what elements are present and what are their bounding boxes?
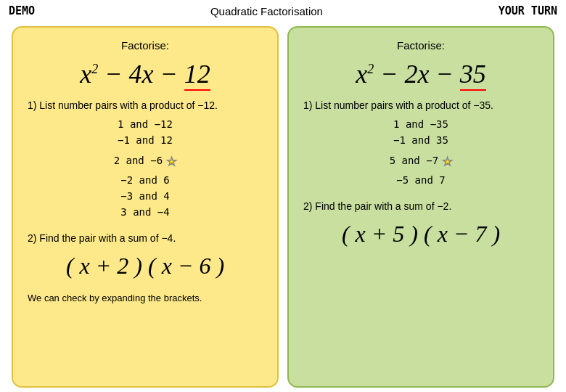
yourturn-answer: ( x + 5 ) ( x − 7 ): [303, 221, 538, 248]
demo-pairs: 1 and −12 −1 and 12 2 and −6 ★ −2 and 6 …: [28, 117, 263, 221]
yourturn-pair-2: −1 and 35: [393, 133, 448, 149]
yourturn-step2: 2) Find the pair with a sum of −2.: [303, 200, 538, 212]
demo-pair-5: −3 and 4: [120, 189, 169, 205]
demo-star: ★: [167, 148, 176, 173]
yourturn-star: ★: [443, 148, 452, 173]
yourturn-pairs: 1 and −35 −1 and 35 5 and −7 ★ −5 and 7: [303, 117, 538, 189]
demo-factorise-label: Factorise:: [28, 39, 263, 52]
yourturn-panel: Factorise: x2 − 2x − 35 1) List number p…: [287, 26, 554, 388]
demo-pair-3: 2 and −6 ★: [114, 148, 177, 173]
header: DEMO Quadratic Factorisation YOUR TURN: [0, 0, 566, 22]
demo-check: We can check by expanding the brackets.: [28, 293, 263, 303]
yourturn-step1: 1) List number pairs with a product of −…: [303, 99, 538, 111]
demo-pair-4: −2 and 6: [120, 173, 169, 189]
demo-step1: 1) List number pairs with a product of −…: [28, 99, 263, 111]
header-right: YOUR TURN: [499, 4, 557, 17]
yourturn-pair-4: −5 and 7: [396, 173, 445, 189]
demo-pair-1: 1 and −12: [118, 117, 173, 133]
yourturn-pair-1: 1 and −35: [393, 117, 448, 133]
header-center: Quadratic Factorisation: [210, 5, 323, 17]
demo-step2: 2) Find the pair with a sum of −4.: [28, 232, 263, 244]
header-left: DEMO: [9, 4, 35, 17]
demo-pair-2: −1 and 12: [118, 133, 173, 149]
demo-equation: x2 − 4x − 12: [28, 59, 263, 91]
demo-answer: ( x + 2 ) ( x − 6 ): [28, 253, 263, 279]
demo-panel: Factorise: x2 − 4x − 12 1) List number p…: [12, 26, 279, 388]
yourturn-factorise-label: Factorise:: [303, 39, 538, 52]
yourturn-pair-3: 5 and −7 ★: [390, 148, 453, 173]
yourturn-equation: x2 − 2x − 35: [303, 59, 538, 91]
demo-pair-6: 3 and −4: [120, 205, 169, 221]
